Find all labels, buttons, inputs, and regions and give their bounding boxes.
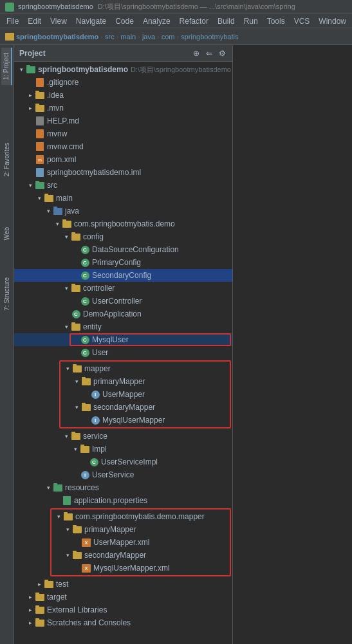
tree-item-target[interactable]: target <box>14 591 232 603</box>
com-arrow <box>53 219 62 228</box>
breadcrumb-item-0[interactable]: springbootmybatisdemo <box>16 33 98 41</box>
tree-item-idea[interactable]: .idea <box>14 89 232 102</box>
gitignore-label: .gitignore <box>47 78 79 87</box>
tree-item-usermapperxml[interactable]: X UserMapper.xml <box>51 536 230 549</box>
menu-navigate[interactable]: Navigate <box>72 15 110 27</box>
secondarymapper-res-arrow <box>63 551 72 560</box>
menu-analyze[interactable]: Analyze <box>139 15 174 27</box>
tree-item-impl[interactable]: Impl <box>14 443 232 455</box>
panel-action-collapse[interactable]: ⇐ <box>204 48 214 59</box>
mvnw-label: mvnw <box>47 129 67 138</box>
config-label: config <box>83 232 104 241</box>
tree-item-main[interactable]: main <box>14 192 232 205</box>
tree-item-java[interactable]: java <box>14 205 232 217</box>
tree-item-secondarymapper[interactable]: secondaryMapper <box>60 401 230 414</box>
tree-item-resources[interactable]: resources <box>14 481 232 494</box>
panel-header: Project ⊕ ⇐ ⚙ <box>14 45 232 62</box>
tree-item-mysqlusermapperxml[interactable]: X MysqlUserMapper.xml <box>51 562 230 575</box>
side-tab-project[interactable]: 1: Project <box>1 48 12 85</box>
test-label: test <box>56 580 68 589</box>
tree-item-user[interactable]: C User <box>14 346 232 359</box>
breadcrumb-item-1[interactable]: src <box>105 33 115 41</box>
tree-item-appprops[interactable]: application.properties <box>14 494 232 507</box>
src-label: src <box>47 181 57 190</box>
tree-item-mvn[interactable]: .mvn <box>14 102 232 115</box>
resources-arrow <box>44 483 53 492</box>
tree-item-config[interactable]: config <box>14 230 232 243</box>
breadcrumb-item-5[interactable]: springbootmybatis <box>181 33 238 41</box>
tree-item-extlibs[interactable]: External Libraries <box>14 603 232 616</box>
menu-file[interactable]: File <box>3 15 23 27</box>
demoapp-label: DemoApplication <box>83 309 142 318</box>
mvnw-icon <box>35 129 45 138</box>
breadcrumb-item-2[interactable]: main <box>120 33 136 41</box>
tree-item-primary[interactable]: C PrimaryConfig <box>14 256 232 269</box>
tree-item-secondary[interactable]: C SecondaryConfig <box>14 269 232 282</box>
controller-icon <box>71 284 81 293</box>
service-icon <box>71 432 81 441</box>
side-tab-web[interactable]: Web <box>2 222 12 245</box>
breadcrumb-item-3[interactable]: java <box>142 33 155 41</box>
breadcrumb-item-4[interactable]: com <box>162 33 175 41</box>
root-label: springbootmybatisdemo <box>38 65 128 74</box>
java-label: java <box>65 207 79 216</box>
mvn-label: .mvn <box>47 104 64 113</box>
tree-item-usercontroller[interactable]: C UserController <box>14 295 232 308</box>
menu-run[interactable]: Run <box>240 15 262 27</box>
tree-item-scratches[interactable]: Scratches and Consoles <box>14 616 232 629</box>
primarymapper-res-arrow <box>63 525 72 534</box>
tree-item-mysqlusermapper[interactable]: I MysqlUserMapper <box>60 414 230 427</box>
panel-action-cog[interactable]: ⊕ <box>191 48 201 59</box>
tree-root[interactable]: springbootmybatisdemo D:\项目\springbootmy… <box>14 63 232 76</box>
tree-item-mysqluser[interactable]: C MysqlUser <box>14 333 232 346</box>
tree-item-userservice[interactable]: I UserService <box>14 468 232 481</box>
side-tab-favorites[interactable]: 2: Favorites <box>2 138 12 181</box>
userservice-icon: I <box>80 470 90 479</box>
tree-item-pom[interactable]: m pom.xml <box>14 153 232 166</box>
tree-item-mvnwcmd[interactable]: mvnw.cmd <box>14 140 232 153</box>
menu-window[interactable]: Window <box>315 15 350 27</box>
tree-item-test[interactable]: test <box>14 578 232 591</box>
tree-item-userserviceimpl[interactable]: C UserServiceImpl <box>14 455 232 468</box>
tree-item-iml[interactable]: springbootmybatisdemo.iml <box>14 166 232 179</box>
menu-code[interactable]: Code <box>111 15 138 27</box>
left-side-tabs: 1: Project 2: Favorites Web 7: Structure <box>0 45 14 644</box>
tree-item-primarymapper-res[interactable]: primaryMapper <box>51 523 230 536</box>
menu-vcs[interactable]: VCS <box>290 15 314 27</box>
userserviceimpl-label: UserServiceImpl <box>101 457 158 466</box>
tree-item-mapper[interactable]: mapper <box>60 362 230 375</box>
mysqlusermapperxml-icon: X <box>81 564 91 573</box>
tree-item-entity[interactable]: entity <box>14 320 232 333</box>
tree-item-commapper[interactable]: com.springbootmybatis.demo.mapper <box>51 510 230 523</box>
tree-item-helpmd[interactable]: HELP.md <box>14 115 232 127</box>
impl-icon <box>80 445 90 454</box>
tree-item-service[interactable]: service <box>14 430 232 443</box>
menu-tools[interactable]: Tools <box>263 15 289 27</box>
tree-item-controller[interactable]: controller <box>14 282 232 295</box>
userserviceimpl-icon: C <box>89 457 99 466</box>
usermapperxml-arrow <box>72 538 81 547</box>
idea-icon <box>35 91 45 100</box>
scratches-label: Scratches and Consoles <box>47 618 131 627</box>
tree-item-gitignore[interactable]: .gitignore <box>14 76 232 89</box>
tree-item-src[interactable]: src <box>14 179 232 192</box>
idea-label: .idea <box>47 91 64 100</box>
com-label: com.springbootmybatis.demo <box>74 219 175 228</box>
side-tab-structure[interactable]: 7: Structure <box>2 272 12 316</box>
helpmd-arrow <box>26 116 35 125</box>
panel-action-settings[interactable]: ⚙ <box>217 48 227 59</box>
tree-item-com[interactable]: com.springbootmybatis.demo <box>14 217 232 230</box>
tree-item-demoapp[interactable]: C DemoApplication <box>14 308 232 320</box>
tree-item-datasource[interactable]: C DataSourceConfiguration <box>14 243 232 256</box>
tree-item-secondarymapper-res[interactable]: secondaryMapper <box>51 549 230 562</box>
tree-item-primarymapper[interactable]: primaryMapper <box>60 375 230 388</box>
menu-build[interactable]: Build <box>214 15 239 27</box>
menu-refactor[interactable]: Refactor <box>176 15 212 27</box>
tree-item-mvnw[interactable]: mvnw <box>14 127 232 140</box>
menu-edit[interactable]: Edit <box>24 15 45 27</box>
mysqluser-label: MysqlUser <box>92 335 129 344</box>
usercontroller-icon: C <box>80 297 90 306</box>
usermapperxml-label: UserMapper.xml <box>93 538 149 547</box>
menu-view[interactable]: View <box>46 15 71 27</box>
tree-item-usermapper[interactable]: I UserMapper <box>60 388 230 401</box>
